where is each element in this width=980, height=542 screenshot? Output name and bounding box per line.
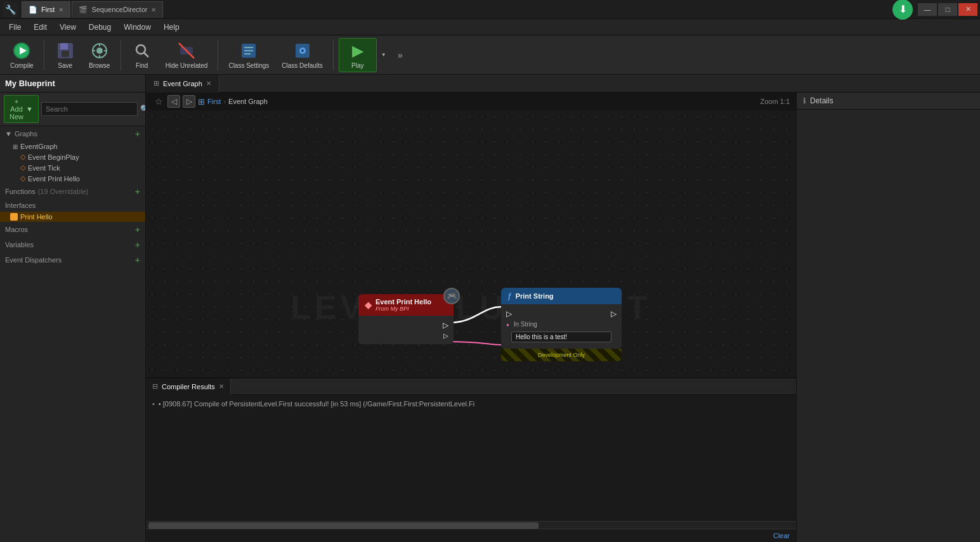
title-bar: 🔧 📄 First ✕ 🎬 SequenceDirector ✕ ⬇ — □ ✕ [0,0,980,19]
download-badge[interactable]: ⬇ [892,0,913,20]
print-exec-row: ▷ ▷ [501,308,622,319]
variables-add-icon[interactable]: + [135,240,140,250]
event-tick-item[interactable]: ◇ Event Tick [0,162,145,173]
save-button[interactable]: Save [49,38,81,72]
sep4 [333,40,334,70]
search-icon[interactable]: 🔍 [140,105,146,113]
event-graph-item[interactable]: ⊞ EventGraph [0,141,145,152]
forward-button[interactable]: ▷ [183,95,195,108]
event-node-subtitle: From My BPI [376,306,431,312]
clear-button[interactable]: Clear [773,532,790,539]
hide-unrelated-button[interactable]: Hide Unrelated [160,38,213,72]
graph-and-details: ☆ ◁ ▷ ⊞ First › Event Graph Zoom 1:1 LEV… [146,93,980,542]
event-beginplay-item[interactable]: ◇ Event BeginPlay [0,152,145,162]
compiler-bullet: • [152,400,155,408]
variables-section[interactable]: Variables + [0,237,145,252]
event-data-out-pin: ▷ [358,331,454,340]
string-value: Hello this is a test! [511,332,611,342]
interfaces-item-icon [10,213,18,221]
dispatchers-label: Event Dispatchers [5,256,62,264]
in-string-dot: ● [506,322,509,328]
menu-view[interactable]: View [55,22,81,33]
right-panel: ⊞ Event Graph ✕ ☆ ◁ ▷ ⊞ First › Event Gr… [146,75,980,542]
functions-section[interactable]: Functions (19 Overridable) + [0,184,145,199]
graphs-section[interactable]: ▼ Graphs + [0,126,145,141]
details-icon: ℹ [803,96,806,105]
browse-button[interactable]: Browse [84,38,115,72]
print-node-body: ▷ ▷ ● In String Hello this is [501,304,622,349]
event-print-hello-node[interactable]: ◆ Event Print Hello From My BPI 🎮 [358,294,454,344]
class-defaults-icon [292,41,313,61]
node-corner-icon: 🎮 [443,288,460,304]
graphs-add-icon[interactable]: + [135,129,140,139]
tab-first[interactable]: 📄 First ✕ [22,1,70,18]
breadcrumb-graph: Event Graph [228,98,268,105]
maximize-button[interactable]: □ [938,3,957,16]
breadcrumb-first[interactable]: First [207,98,221,105]
toolbar-more[interactable]: » [391,38,410,72]
add-new-dropdown-icon: ▼ [26,105,33,113]
star-button[interactable]: ☆ [152,95,165,108]
menu-window[interactable]: Window [119,22,156,33]
tab-sequence[interactable]: 🎬 SequenceDirector ✕ [72,1,163,18]
details-title: Details [810,96,833,105]
compiler-content: • • [0908.67] Compile of PersistentLevel… [146,395,796,521]
menu-debug[interactable]: Debug [84,22,116,33]
main-toolbar: Compile Save Browse Find Hide Unrelated … [0,35,980,75]
menu-file[interactable]: File [4,22,26,33]
graph-tab-icon: ⊞ [154,79,159,87]
dispatchers-section[interactable]: Event Dispatchers + [0,252,145,268]
find-label: Find [136,62,148,69]
zoom-label: Zoom 1:1 [761,98,790,105]
functions-add-icon[interactable]: + [135,186,140,197]
graph-canvas[interactable]: LEVEL BLUEPRINT ◆ Event Print Hel [146,110,796,377]
variables-label: Variables [5,241,34,248]
back-button[interactable]: ◁ [167,95,180,108]
sidebar: My Blueprint + Add New ▼ 🔍 👁 ▼ Graphs + … [0,75,146,542]
compile-button[interactable]: Compile [5,38,39,72]
class-defaults-button[interactable]: Class Defaults [277,38,327,72]
play-label: Play [351,62,363,69]
search-input[interactable] [41,102,138,116]
compiler-message: • • [0908.67] Compile of PersistentLevel… [152,399,790,409]
graph-tab-event[interactable]: ⊞ Event Graph ✕ [146,75,219,93]
exec-out-icon: ▷ [443,321,448,330]
play-dropdown[interactable]: ▼ [379,38,388,72]
diamond-icon-beginplay: ◇ [20,153,25,161]
interfaces-printhello-item[interactable]: Print Hello [0,212,145,222]
minimize-button[interactable]: — [918,3,937,16]
print-string-node[interactable]: ƒ Print String ▷ ▷ ● [501,288,622,361]
class-settings-button[interactable]: Class Settings [223,38,274,72]
menu-bar: File Edit View Debug Window Help [0,19,980,35]
menu-help[interactable]: Help [159,22,185,33]
exec-out-icon2: ▷ [611,309,617,318]
tab-first-label: First [41,6,55,13]
interfaces-label: Interfaces [5,202,36,209]
find-button[interactable]: Find [126,38,158,72]
compiler-tab-bar: ⊟ Compiler Results ✕ [146,378,796,395]
compiler-tab-close[interactable]: ✕ [219,383,224,390]
compiler-tab[interactable]: ⊟ Compiler Results ✕ [146,378,231,395]
graph-tab-bar: ⊞ Event Graph ✕ [146,75,980,93]
scrollbar-thumb[interactable] [148,522,539,529]
add-new-button[interactable]: + Add New ▼ [4,95,39,123]
tab-first-close[interactable]: ✕ [58,6,63,13]
graph-tab-close[interactable]: ✕ [206,80,211,87]
title-bar-tabs: 📄 First ✕ 🎬 SequenceDirector ✕ [22,1,892,18]
tab-sequence-close[interactable]: ✕ [151,6,156,13]
interfaces-section[interactable]: Interfaces [0,199,145,212]
sep3 [218,40,218,70]
scrollbar-track[interactable] [146,521,796,529]
string-value-container: Hello this is a test! [501,329,622,345]
dispatchers-add-icon[interactable]: + [135,255,140,265]
play-button[interactable]: ▶ Play [339,38,377,72]
event-printhello-item[interactable]: ◇ Event Print Hello [0,173,145,184]
macros-section[interactable]: Macros + [0,222,145,237]
svg-rect-3 [60,43,68,49]
macros-add-icon[interactable]: + [135,224,140,235]
hide-unrelated-label: Hide Unrelated [166,62,208,69]
menu-edit[interactable]: Edit [29,22,52,33]
close-button[interactable]: ✕ [958,3,977,16]
compile-label: Compile [10,62,34,69]
print-node-title: Print String [516,292,554,300]
